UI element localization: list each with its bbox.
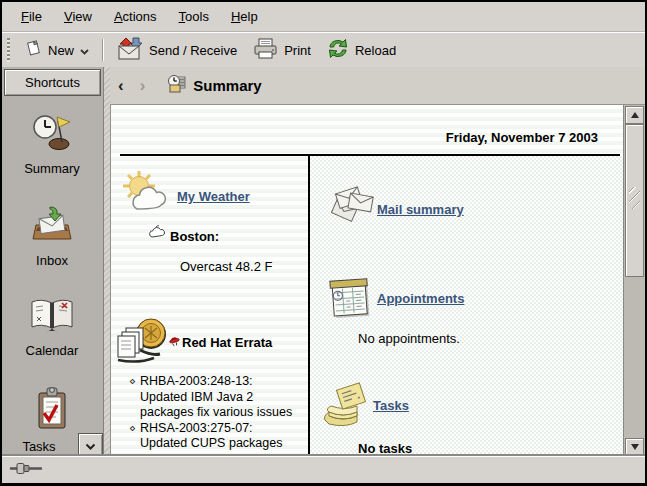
send-receive-button[interactable]: Send / Receive — [109, 34, 245, 66]
menu-view[interactable]: View — [53, 4, 103, 29]
menu-help[interactable]: Help — [220, 4, 269, 29]
tasks-link[interactable]: Tasks — [373, 398, 409, 413]
sidebar-item-inbox[interactable]: Inbox — [2, 205, 102, 268]
weather-icon — [121, 169, 171, 221]
toolbar: New Send / Receive — [2, 32, 645, 68]
errata-line: RHBA-2003:248-13: — [140, 374, 299, 390]
shortcuts-label: Shortcuts — [25, 75, 80, 90]
errata-item[interactable]: ⋄ RHSA-2003:275-07: Updated CUPS package… — [129, 421, 299, 458]
new-document-icon — [25, 40, 42, 60]
calendar-shortcut-icon — [2, 297, 102, 339]
online-connector-icon[interactable] — [10, 461, 42, 479]
menu-tools[interactable]: Tools — [168, 4, 220, 29]
sidebar-item-label: Summary — [2, 161, 102, 176]
weather-conditions: Overcast 48.2 F — [180, 259, 272, 274]
send-receive-label: Send / Receive — [149, 43, 237, 58]
small-cloud-icon — [148, 225, 166, 243]
print-button[interactable]: Print — [245, 35, 319, 65]
summary-folder-icon — [167, 74, 187, 97]
errata-item[interactable]: ⋄ RHBA-2003:248-13: Updated IBM Java 2 p… — [129, 374, 299, 421]
errata-line: Updated IBM Java 2 — [140, 390, 299, 406]
summary-shortcut-icon — [2, 111, 102, 157]
reload-button[interactable]: Reload — [319, 35, 404, 65]
print-label: Print — [284, 43, 311, 58]
menu-file[interactable]: File — [10, 4, 53, 29]
sidebar-item-label: Inbox — [2, 253, 102, 268]
errata-title-text: Red Hat Errata — [182, 335, 272, 350]
scroll-down-button[interactable] — [625, 438, 644, 456]
mail-summary-icon — [329, 185, 375, 231]
sidebar-item-calendar[interactable]: Calendar — [2, 297, 102, 358]
evolution-window: File View Actions Tools Help New — [0, 0, 647, 486]
reload-icon — [327, 38, 349, 62]
no-tasks-text: No tasks — [358, 441, 412, 456]
current-date: Friday, November 7 2003 — [446, 130, 598, 145]
chevron-down-icon — [80, 43, 89, 58]
appointments-link[interactable]: Appointments — [377, 291, 464, 306]
vertical-scrollbar[interactable] — [623, 105, 645, 457]
scroll-up-button[interactable] — [625, 106, 644, 124]
chevron-down-icon — [85, 437, 96, 455]
sidebar-item-summary[interactable]: Summary — [2, 111, 102, 176]
tasks-shortcut-icon — [2, 387, 102, 435]
column-divider — [308, 154, 310, 457]
toolbar-drag-handle[interactable] — [7, 38, 10, 62]
scrollbar-thumb[interactable] — [625, 124, 644, 277]
forward-button[interactable]: › — [132, 76, 154, 96]
shortcuts-group-button[interactable]: Shortcuts — [4, 69, 101, 96]
red-hat-logo-icon — [169, 335, 180, 350]
inbox-shortcut-icon — [2, 205, 102, 249]
summary-pane: Friday, November 7 2003 My Weather Bosto… — [110, 105, 624, 457]
arrow-up-icon — [631, 112, 639, 118]
new-button[interactable]: New — [17, 37, 97, 63]
menu-actions[interactable]: Actions — [103, 4, 168, 29]
my-weather-link[interactable]: My Weather — [177, 189, 250, 204]
arrow-down-icon — [631, 444, 639, 450]
bullet-icon: ⋄ — [129, 421, 136, 437]
errata-list: ⋄ RHBA-2003:248-13: Updated IBM Java 2 p… — [129, 374, 299, 457]
toolbar-separator — [102, 39, 104, 61]
errata-line: packages fix various issues — [140, 405, 299, 421]
folder-title-bar: ‹ › Summary — [110, 67, 645, 105]
appointments-icon — [329, 275, 371, 323]
page-title: Summary — [193, 77, 261, 94]
bullet-icon: ⋄ — [129, 374, 136, 390]
errata-line: Updated CUPS packages — [140, 436, 299, 452]
errata-line: RHSA-2003:275-07: — [140, 421, 299, 437]
new-button-label: New — [48, 43, 74, 58]
no-appointments-text: No appointments. — [358, 331, 460, 346]
printer-icon — [253, 38, 278, 62]
sidebar-item-label: Tasks — [2, 439, 76, 454]
tasks-icon — [321, 382, 371, 434]
send-receive-icon — [117, 37, 143, 63]
date-divider — [120, 154, 620, 156]
shortcut-group-chevron-button[interactable] — [78, 433, 103, 458]
sidebar-item-label: Calendar — [2, 343, 102, 358]
weather-location: Boston: — [170, 229, 219, 244]
shortcuts-sidebar: Shortcuts Summary — [2, 67, 104, 457]
mail-summary-link[interactable]: Mail summary — [377, 202, 464, 217]
errata-heading: Red Hat Errata — [169, 335, 272, 350]
back-button[interactable]: ‹ — [110, 76, 132, 96]
errata-icon — [116, 316, 172, 372]
menubar: File View Actions Tools Help — [2, 2, 645, 32]
reload-label: Reload — [355, 43, 396, 58]
status-bar — [2, 456, 645, 483]
